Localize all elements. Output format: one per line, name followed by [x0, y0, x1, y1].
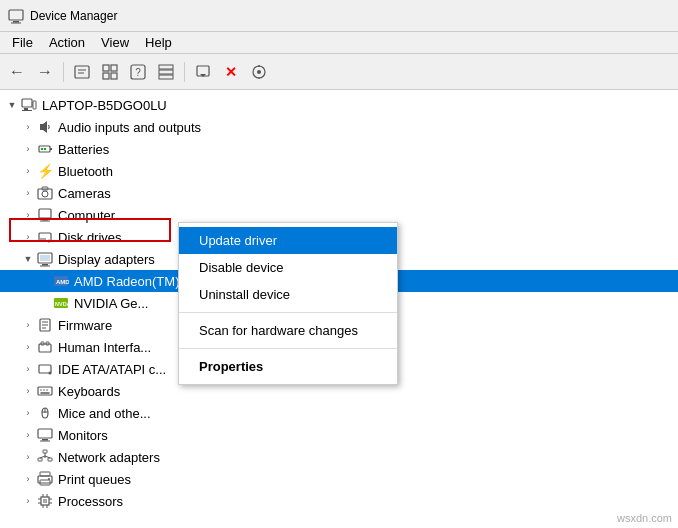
cameras-label: Cameras [58, 186, 111, 201]
svg-rect-70 [38, 458, 42, 461]
svg-rect-14 [159, 75, 173, 79]
display-icon [36, 250, 54, 268]
display-expand-icon: ▼ [20, 254, 36, 264]
svg-rect-69 [43, 450, 47, 453]
ide-expand-icon: › [20, 364, 36, 374]
svg-rect-75 [40, 472, 50, 476]
svg-rect-66 [38, 429, 52, 438]
context-uninstall-device[interactable]: Uninstall device [179, 281, 397, 308]
context-menu: Update driver Disable device Uninstall d… [178, 222, 398, 385]
title-bar: Device Manager [0, 0, 678, 32]
processors-expand-icon: › [20, 496, 36, 506]
svg-rect-3 [75, 66, 89, 78]
svg-rect-1 [13, 21, 19, 23]
network-label: Network adapters [58, 450, 160, 465]
menu-help[interactable]: Help [137, 33, 180, 52]
tree-cameras[interactable]: › Cameras [0, 182, 678, 204]
print-expand-icon: › [20, 474, 36, 484]
disk-icon [36, 228, 54, 246]
computer-icon [36, 206, 54, 224]
svg-rect-12 [159, 65, 173, 69]
watermark: wsxdn.com [617, 512, 672, 524]
context-update-driver[interactable]: Update driver [179, 227, 397, 254]
human-icon [36, 338, 54, 356]
svg-point-40 [48, 240, 51, 243]
network-expand-icon: › [20, 452, 36, 462]
computer-expand-icon: › [20, 210, 36, 220]
toolbar-back-btn[interactable]: ← [4, 59, 30, 85]
root-icon [20, 96, 38, 114]
tree-audio[interactable]: › Audio inputs and outputs [0, 116, 678, 138]
menu-bar: File Action View Help [0, 32, 678, 54]
toolbar-properties-btn[interactable] [69, 59, 95, 85]
toolbar-sep-1 [63, 62, 64, 82]
ide-icon [36, 360, 54, 378]
processors-icon [36, 492, 54, 510]
processors-label: Processors [58, 494, 123, 509]
disk-expand-icon: › [20, 232, 36, 242]
context-properties[interactable]: Properties [179, 353, 397, 380]
nvidia-label: NVIDIA Ge... [74, 296, 148, 311]
batteries-expand-icon: › [20, 144, 36, 154]
svg-line-74 [45, 456, 50, 458]
tree-batteries[interactable]: › Batteries [0, 138, 678, 160]
batteries-icon [36, 140, 54, 158]
monitors-label: Monitors [58, 428, 108, 443]
svg-rect-28 [50, 148, 52, 150]
amd-icon: AMD [52, 272, 70, 290]
tree-network[interactable]: › Network adapters [0, 446, 678, 468]
keyboards-label: Keyboards [58, 384, 120, 399]
svg-rect-38 [40, 221, 50, 222]
disk-label: Disk drives [58, 230, 122, 245]
svg-rect-45 [40, 255, 50, 261]
network-icon [36, 448, 54, 466]
svg-rect-67 [42, 439, 48, 441]
print-label: Print queues [58, 472, 131, 487]
human-label: Human Interfa... [58, 340, 151, 355]
toolbar: ← → ? ✕ [0, 54, 678, 90]
context-disable-device[interactable]: Disable device [179, 254, 397, 281]
svg-rect-22 [22, 99, 32, 107]
monitors-expand-icon: › [20, 430, 36, 440]
tree-bluetooth[interactable]: › ⚡ Bluetooth [0, 160, 678, 182]
svg-rect-23 [24, 108, 28, 110]
svg-text:?: ? [135, 67, 141, 78]
tree-mice[interactable]: › Mice and othe... [0, 402, 678, 424]
audio-icon [36, 118, 54, 136]
toolbar-grid-btn[interactable] [97, 59, 123, 85]
root-label: LAPTOP-B5DGO0LU [42, 98, 167, 113]
toolbar-forward-btn[interactable]: → [32, 59, 58, 85]
tree-processors[interactable]: › Processors [0, 490, 678, 512]
tree-print[interactable]: › Print queues [0, 468, 678, 490]
svg-rect-24 [22, 110, 32, 111]
svg-rect-6 [103, 65, 109, 71]
toolbar-scan-btn[interactable] [246, 59, 272, 85]
toolbar-help-btn[interactable]: ? [125, 59, 151, 85]
ide-label: IDE ATA/ATAPI c... [58, 362, 166, 377]
svg-point-18 [257, 70, 261, 74]
audio-label: Audio inputs and outputs [58, 120, 201, 135]
tree-monitors[interactable]: › Monitors [0, 424, 678, 446]
display-label: Display adapters [58, 252, 155, 267]
bluetooth-expand-icon: › [20, 166, 36, 176]
toolbar-update-btn[interactable] [190, 59, 216, 85]
svg-rect-7 [111, 65, 117, 71]
svg-point-34 [42, 191, 48, 197]
svg-rect-25 [33, 101, 36, 109]
firmware-icon [36, 316, 54, 334]
menu-action[interactable]: Action [41, 33, 93, 52]
menu-file[interactable]: File [4, 33, 41, 52]
toolbar-view-btn[interactable] [153, 59, 179, 85]
mice-expand-icon: › [20, 408, 36, 418]
context-scan-hardware[interactable]: Scan for hardware changes [179, 317, 397, 344]
nvidia-icon: NVDA [52, 294, 70, 312]
tree-root[interactable]: ▼ LAPTOP-B5DGO0LU [0, 94, 678, 116]
toolbar-remove-btn[interactable]: ✕ [218, 59, 244, 85]
bluetooth-icon: ⚡ [36, 162, 54, 180]
computer-label: Computer [58, 208, 115, 223]
svg-rect-0 [9, 10, 23, 20]
menu-view[interactable]: View [93, 33, 137, 52]
svg-rect-43 [42, 264, 48, 266]
svg-point-58 [49, 372, 52, 375]
title-bar-icon [8, 8, 24, 24]
